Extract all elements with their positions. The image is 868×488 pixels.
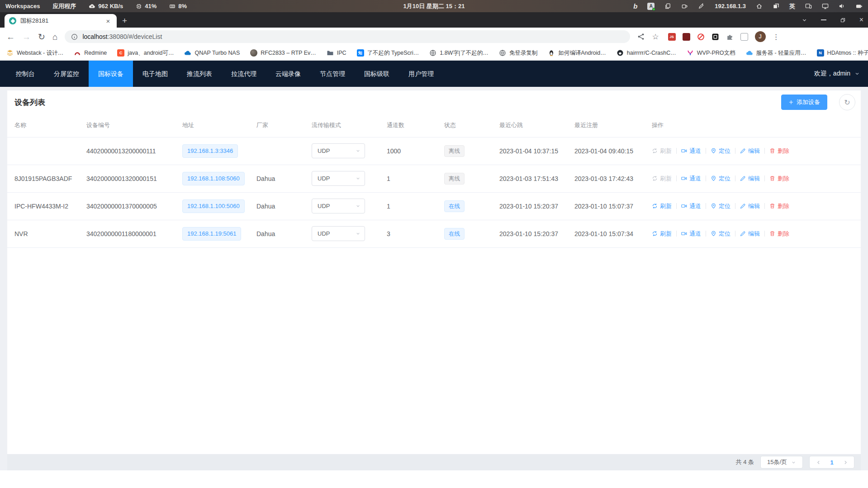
nav-item-emap[interactable]: 电子地图 bbox=[133, 61, 177, 87]
page-size-select[interactable]: 15条/页 bbox=[760, 456, 803, 469]
caffeine-tray-icon[interactable] bbox=[681, 3, 688, 9]
locate-action[interactable]: 定位 bbox=[711, 147, 730, 155]
input-language-indicator[interactable]: 英 bbox=[789, 2, 795, 10]
bookmark-android-build[interactable]: 如何编译Android… bbox=[548, 49, 606, 57]
extension-light-icon[interactable] bbox=[740, 33, 748, 41]
delete-action[interactable]: 删除 bbox=[769, 175, 789, 183]
prev-page-button[interactable] bbox=[811, 460, 825, 465]
window-minimize-button[interactable] bbox=[821, 19, 826, 20]
bookmark-redmine[interactable]: Redmine bbox=[74, 49, 107, 57]
nav-item-cloud-record[interactable]: 云端录像 bbox=[266, 61, 310, 87]
tab-search-chevron-icon[interactable] bbox=[802, 17, 807, 23]
window-switcher-tray-icon[interactable] bbox=[773, 3, 779, 9]
locate-action[interactable]: 定位 bbox=[711, 175, 730, 183]
address-tag[interactable]: 192.168.1.108:5060 bbox=[182, 172, 245, 185]
refresh-icon bbox=[652, 175, 658, 181]
refresh-action[interactable]: 刷新 bbox=[652, 230, 672, 238]
bookmark-copy-free[interactable]: 免登录复制 bbox=[499, 49, 538, 57]
edit-action[interactable]: 编辑 bbox=[740, 147, 760, 155]
volume-tray-icon[interactable] bbox=[839, 3, 845, 9]
forward-button[interactable]: → bbox=[22, 33, 31, 41]
address-tag[interactable]: 192.168.1.19:5061 bbox=[182, 227, 241, 241]
home-tray-icon[interactable] bbox=[756, 3, 763, 9]
nav-item-gb-cascade[interactable]: 国标级联 bbox=[355, 61, 399, 87]
workspaces-button[interactable]: Workspaces bbox=[5, 3, 40, 9]
bookmark-cloud-server[interactable]: 服务器 - 轻量应用… bbox=[746, 49, 806, 57]
nav-item-gb-devices[interactable]: 国标设备 bbox=[89, 61, 133, 87]
bookmark-zhihu[interactable]: 知了不起的 TypeScri… bbox=[357, 49, 419, 57]
stream-mode-select[interactable]: UDP bbox=[312, 171, 365, 186]
screenshot-app-tray-icon[interactable]: A bbox=[647, 3, 655, 10]
ip-address-indicator[interactable]: 192.168.1.3 bbox=[715, 3, 746, 9]
stream-mode-select[interactable]: UDP bbox=[312, 143, 365, 158]
edit-action[interactable]: 编辑 bbox=[740, 230, 760, 238]
extension-blocker-icon[interactable] bbox=[697, 33, 705, 41]
channels-action[interactable]: 通道 bbox=[681, 175, 701, 183]
delete-action[interactable]: 删除 bbox=[769, 230, 789, 238]
cloud-icon bbox=[746, 49, 753, 57]
window-restore-button[interactable] bbox=[840, 17, 846, 23]
extensions-puzzle-icon[interactable] bbox=[726, 33, 734, 41]
extension-dark-reader-icon[interactable] bbox=[711, 33, 719, 41]
bookmark-ipc[interactable]: IPC bbox=[327, 49, 346, 57]
nav-item-console[interactable]: 控制台 bbox=[6, 61, 44, 87]
delete-action[interactable]: 删除 bbox=[769, 147, 789, 155]
camera-icon bbox=[681, 175, 687, 181]
bookmark-wvp-docs[interactable]: WVP-PRO文档 bbox=[687, 49, 735, 57]
delete-action[interactable]: 删除 bbox=[769, 202, 789, 210]
browser-home-button[interactable]: ⌂ bbox=[52, 33, 57, 41]
bookmark-csdn[interactable]: Cjava、android可… bbox=[117, 49, 174, 57]
bookmark-rfc2833[interactable]: RFC2833 – RTP Ev… bbox=[250, 49, 316, 57]
color-picker-tray-icon[interactable] bbox=[698, 3, 705, 9]
channels-action[interactable]: 通道 bbox=[681, 202, 701, 210]
bing-tray-icon[interactable]: b bbox=[633, 2, 637, 10]
browser-tab[interactable]: 国标28181 × bbox=[5, 14, 117, 28]
applications-menu[interactable]: 应用程序 bbox=[52, 2, 76, 10]
bookmark-star-icon[interactable]: ☆ bbox=[652, 32, 659, 42]
col-device-id: 设备编号 bbox=[82, 114, 178, 137]
nav-item-node-manage[interactable]: 节点管理 bbox=[310, 61, 355, 87]
nav-item-pull-proxy[interactable]: 拉流代理 bbox=[222, 61, 266, 87]
user-menu[interactable]: 欢迎，admin bbox=[814, 70, 860, 78]
stream-mode-select[interactable]: UDP bbox=[312, 199, 365, 213]
display-tray-icon[interactable] bbox=[822, 3, 829, 9]
bookmark-github[interactable]: hairrrrr/C-CrashC… bbox=[617, 49, 676, 57]
tab-close-icon[interactable]: × bbox=[104, 17, 112, 25]
extension-js-icon[interactable]: JS bbox=[668, 33, 676, 41]
profile-avatar[interactable]: J bbox=[755, 31, 766, 42]
channels-action[interactable]: 通道 bbox=[681, 230, 701, 238]
channels-action[interactable]: 通道 bbox=[681, 147, 701, 155]
address-tag[interactable]: 192.168.1.3:3346 bbox=[182, 144, 238, 158]
locate-action[interactable]: 定位 bbox=[711, 202, 730, 210]
bookmark-hdatmos[interactable]: NHDAtmos :: 种子 *… bbox=[817, 49, 868, 57]
bookmark-typescript-article[interactable]: 1.8W字|了不起的… bbox=[429, 49, 488, 57]
edit-action[interactable]: 编辑 bbox=[740, 175, 760, 183]
edit-action[interactable]: 编辑 bbox=[740, 202, 760, 210]
browser-menu-icon[interactable]: ⋮ bbox=[773, 33, 780, 41]
refresh-action[interactable]: 刷新 bbox=[652, 202, 672, 210]
refresh-list-button[interactable]: ↻ bbox=[839, 94, 855, 110]
back-button[interactable]: ← bbox=[6, 33, 15, 41]
bookmark-qnap[interactable]: QNAP Turbo NAS bbox=[184, 49, 240, 57]
nav-item-push-list[interactable]: 推流列表 bbox=[177, 61, 222, 87]
window-close-button[interactable]: × bbox=[859, 16, 863, 24]
nav-item-split-monitor[interactable]: 分屏监控 bbox=[44, 61, 89, 87]
next-page-button[interactable] bbox=[839, 460, 852, 465]
phonelink-tray-icon[interactable] bbox=[805, 3, 812, 9]
cell-name: NVR bbox=[7, 220, 82, 247]
share-icon[interactable] bbox=[637, 33, 645, 40]
new-tab-button[interactable]: + bbox=[122, 16, 127, 26]
bookmark-webstack[interactable]: Webstack - 设计… bbox=[6, 49, 63, 57]
add-device-button[interactable]: 添加设备 bbox=[781, 95, 827, 110]
clipboard-tray-icon[interactable] bbox=[664, 3, 671, 9]
stream-mode-select[interactable]: UDP bbox=[312, 226, 365, 241]
reload-button[interactable]: ↻ bbox=[38, 33, 45, 41]
clock[interactable]: 1月10日 星期二 15：21 bbox=[403, 2, 465, 10]
locate-action[interactable]: 定位 bbox=[711, 230, 730, 238]
extension-maroon-icon[interactable] bbox=[683, 33, 690, 41]
current-page[interactable]: 1 bbox=[825, 459, 839, 466]
address-bar[interactable]: localhost:38080/#/deviceList bbox=[65, 30, 630, 43]
site-info-icon[interactable] bbox=[71, 33, 78, 40]
nav-item-user-manage[interactable]: 用户管理 bbox=[399, 61, 443, 87]
address-tag[interactable]: 192.168.1.100:5060 bbox=[182, 199, 245, 213]
